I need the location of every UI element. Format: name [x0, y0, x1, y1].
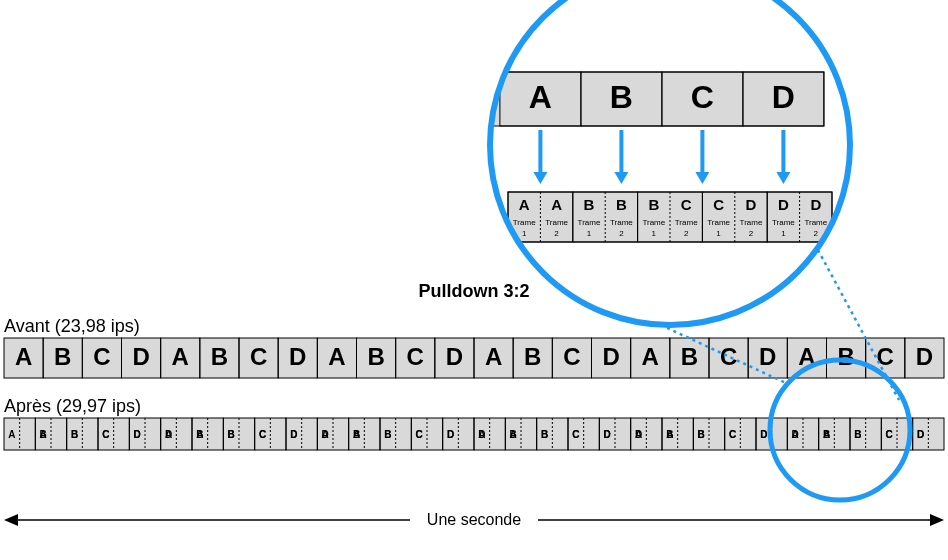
after-field-letter: B [71, 429, 78, 440]
after-field-letter: D [134, 429, 141, 440]
before-frame-letter: B [837, 343, 854, 370]
after-field-letter: D [604, 429, 611, 440]
before-frame-letter: D [289, 343, 306, 370]
after-field-letter: C [729, 429, 736, 440]
after-field-letter: D [917, 429, 924, 440]
after-field-letter: D [290, 429, 297, 440]
pulldown-diagram: Pulldown 3:2 Avant (23,98 ips) ABCDABCDA… [0, 0, 948, 560]
magnifier-trame-number: 1 [781, 229, 786, 238]
after-label: Après (29,97 ips) [4, 396, 141, 416]
magnifier-trame-label: Trame [740, 218, 763, 227]
before-frame-letter: C [407, 343, 424, 370]
magnifier-output-letter: B [616, 196, 627, 213]
magnifier-trame-label: Trame [610, 218, 633, 227]
magnifier-trame-number: 1 [522, 229, 527, 238]
after-field-letter: A [635, 429, 642, 440]
after-field-letter: B [353, 429, 360, 440]
after-field-letter: D [447, 429, 454, 440]
after-field-letter: B [40, 429, 47, 440]
magnifier-output-fields: ATrame1ATrame2BTrame1BTrame2BTrame1CTram… [508, 192, 832, 242]
before-frame-letter: A [328, 343, 345, 370]
after-field-letter: A [478, 429, 485, 440]
after-field-letter: C [886, 429, 893, 440]
before-frame-letter: D [602, 343, 619, 370]
one-second-span: Une seconde [4, 511, 944, 528]
after-field-letter: D [760, 429, 767, 440]
after-field-letter: A [8, 429, 15, 440]
magnifier-source-letter: A [529, 79, 552, 115]
before-frame-letter: A [172, 343, 189, 370]
before-frame-letter: D [916, 343, 933, 370]
before-frame-letter: B [54, 343, 71, 370]
magnifier-trame-label: Trame [772, 218, 795, 227]
after-strip: AABBBCCDDDAABBBCCDDDAABBBCCDDDAABBBCCDDD… [4, 418, 948, 450]
magnifier-trame-number: 2 [619, 229, 624, 238]
after-field-letter: A [792, 429, 799, 440]
magnifier-trame-label: Trame [513, 218, 536, 227]
diagram-title: Pulldown 3:2 [418, 281, 529, 301]
magnifier-trame-label: Trame [707, 218, 730, 227]
magnifier-output-letter: D [778, 196, 789, 213]
magnifier-output-letter: B [584, 196, 595, 213]
magnifier-output-letter: D [810, 196, 821, 213]
magnifier-source-letter: D [772, 79, 795, 115]
before-frame-letter: C [720, 343, 737, 370]
magnifier-output-letter: D [746, 196, 757, 213]
after-field-letter: B [541, 429, 548, 440]
after-field-letter: C [102, 429, 109, 440]
before-frame-letter: B [681, 343, 698, 370]
magnifier-source-frames: ABCD [472, 72, 824, 126]
after-field-letter: B [384, 429, 391, 440]
after-field-letter: B [854, 429, 861, 440]
before-frame-letter: A [642, 343, 659, 370]
magnifier-trame-label: Trame [675, 218, 698, 227]
after-field-letter: B [196, 429, 203, 440]
before-frame-letter: C [877, 343, 894, 370]
before-frame-letter: B [524, 343, 541, 370]
before-frame-letter: D [446, 343, 463, 370]
magnifier-trame-number: 1 [652, 229, 657, 238]
after-field-letter: B [698, 429, 705, 440]
before-frame-letter: B [367, 343, 384, 370]
magnifier-trame-label: Trame [578, 218, 601, 227]
magnifier-trame-number: 2 [814, 229, 819, 238]
after-field-letter: A [165, 429, 172, 440]
magnifier-trame-label: Trame [804, 218, 827, 227]
magnifier-source-letter: B [610, 79, 633, 115]
magnifier-trame-number: 1 [587, 229, 592, 238]
before-frame-letter: D [759, 343, 776, 370]
before-frame-letter: C [563, 343, 580, 370]
before-frame-letter: A [485, 343, 502, 370]
after-field-letter: B [823, 429, 830, 440]
magnifier-trame-number: 2 [684, 229, 689, 238]
after-field-letter: B [666, 429, 673, 440]
before-frame-letter: A [15, 343, 32, 370]
magnifier-trame-label: Trame [642, 218, 665, 227]
magnifier-output-letter: A [519, 196, 530, 213]
magnifier-output-letter: B [648, 196, 659, 213]
before-frame-letter: B [211, 343, 228, 370]
after-field-letter: C [259, 429, 266, 440]
magnifier-trame-number: 2 [554, 229, 559, 238]
magnifier-output-letter: C [713, 196, 724, 213]
after-field-letter: C [416, 429, 423, 440]
magnifier-output-letter: A [551, 196, 562, 213]
after-field-letter: B [510, 429, 517, 440]
before-frame-letter: D [132, 343, 149, 370]
after-field-letter: B [228, 429, 235, 440]
after-field-letter: C [572, 429, 579, 440]
magnifier-trame-number: 1 [716, 229, 721, 238]
before-frame-letter: C [93, 343, 110, 370]
footer-label: Une seconde [427, 511, 521, 528]
magnifier-trame-label: Trame [545, 218, 568, 227]
magnifier-source-letter: C [691, 79, 714, 115]
after-field-letter: A [322, 429, 329, 440]
before-label: Avant (23,98 ips) [4, 316, 140, 336]
before-frame-letter: C [250, 343, 267, 370]
magnifier-output-letter: C [681, 196, 692, 213]
magnifier-trame-number: 2 [749, 229, 754, 238]
